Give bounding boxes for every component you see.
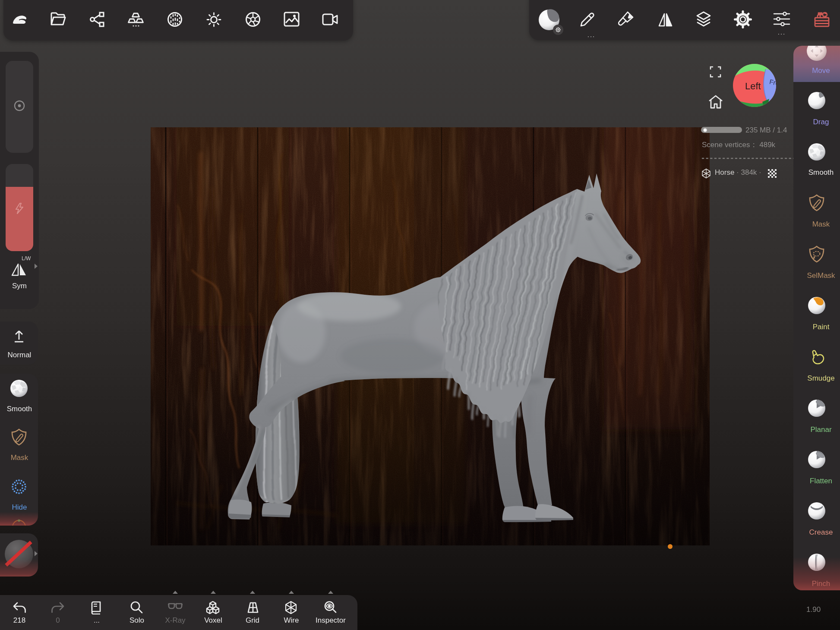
svg-text:Left: Left: [745, 81, 761, 91]
